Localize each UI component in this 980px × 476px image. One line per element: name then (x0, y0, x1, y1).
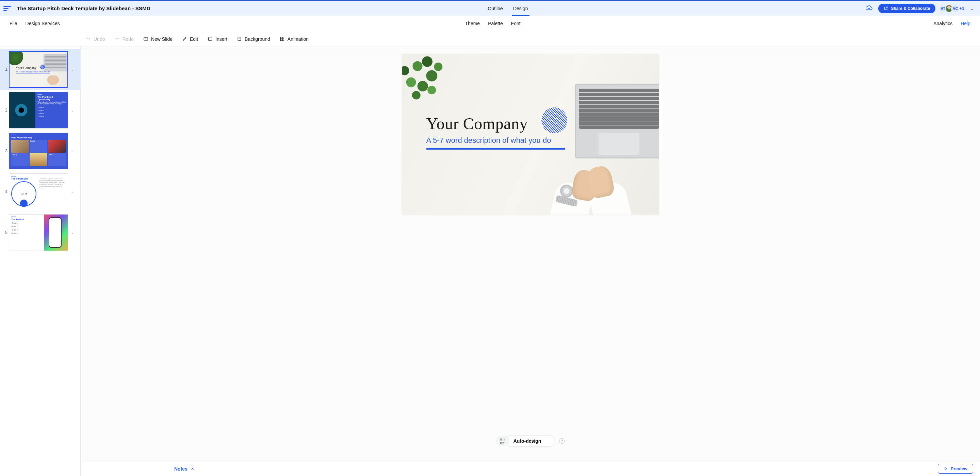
menu-bar: File Design Services Theme Palette Font … (0, 16, 980, 31)
slide-canvas[interactable]: Your Company A 5-7 word description of w… (402, 54, 659, 214)
notes-toggle[interactable]: Notes (174, 466, 195, 471)
toolbar: Undo Redo New Slide Edit Insert Backgrou… (0, 31, 980, 47)
hands-graphic (550, 157, 622, 214)
svg-rect-5 (280, 39, 282, 40)
slide-thumb-4[interactable]: 4 The Market Size TAM - List other compa… (0, 171, 80, 212)
canvas-scroll[interactable]: Your Company A 5-7 word description of w… (81, 47, 980, 461)
thumb-preview-4[interactable]: The Market Size TAM - List other compani… (9, 173, 68, 210)
edit-button[interactable]: Edit (182, 36, 198, 42)
slide-thumb-2[interactable]: 2 The Problem & Opportunity What pain po… (0, 90, 80, 130)
top-bar: The Startup Pitch Deck Template by Slide… (0, 0, 980, 16)
avatar-more[interactable]: +1 (957, 5, 964, 13)
slide-menu-icon[interactable]: ⌄ (69, 67, 76, 72)
thumb-preview-3[interactable]: Who we are serving Point 1 Point 2 Point… (9, 133, 68, 169)
animation-label: Animation (288, 36, 309, 42)
sphere-icon (541, 108, 567, 133)
menu-design-services[interactable]: Design Services (25, 21, 60, 26)
menu-file[interactable]: File (10, 21, 18, 26)
thumb-preview-5[interactable]: The Product Point 1 Point 2 Point 3 Poin… (9, 214, 68, 251)
app-logo-icon[interactable] (3, 5, 11, 11)
slide-menu-icon[interactable]: ⌄ (69, 230, 76, 235)
slide-menu-icon[interactable]: ⌄ (69, 149, 76, 153)
tab-outline[interactable]: Outline (488, 1, 503, 16)
subtitle-underline (426, 148, 565, 149)
preview-button[interactable]: Preview (938, 464, 973, 474)
slide-menu-icon[interactable]: ⌄ (69, 108, 76, 113)
laptop-graphic (575, 84, 659, 159)
animation-button[interactable]: Animation (280, 36, 309, 42)
tab-design[interactable]: Design (513, 1, 528, 16)
background-button[interactable]: Background (237, 36, 270, 42)
undo-button[interactable]: Undo (86, 36, 105, 42)
slide-menu-icon[interactable]: ⌄ (69, 189, 76, 194)
background-label: Background (245, 36, 270, 42)
share-button-label: Share & Collaborate (891, 6, 930, 11)
slide-panel[interactable]: 1 Your Company A 5-7 word description of… (0, 47, 81, 476)
slide-thumb-1[interactable]: 1 Your Company A 5-7 word description of… (0, 49, 80, 90)
canvas-area: Your Company A 5-7 word description of w… (81, 47, 980, 476)
svg-rect-3 (280, 37, 282, 39)
redo-label: Redo (122, 36, 134, 42)
help-icon[interactable]: ? (559, 438, 565, 444)
slide-number: 5 (3, 230, 8, 235)
insert-label: Insert (215, 36, 227, 42)
redo-button[interactable]: Redo (115, 36, 134, 42)
sync-status-icon[interactable] (865, 4, 873, 13)
slide-thumb-3[interactable]: 3 Who we are serving Point 1 Point 2 Poi… (0, 130, 80, 171)
slide-number: 1 (3, 67, 8, 72)
top-right-cluster: Share & Collaborate AT AC +1 ⌄ (865, 4, 974, 13)
svg-rect-4 (282, 37, 284, 39)
collaborator-avatars[interactable]: AT AC +1 (941, 5, 964, 13)
slide-number: 4 (3, 189, 8, 194)
slide-title-text[interactable]: Your Company (426, 114, 528, 133)
main-area: 1 Your Company A 5-7 word description of… (0, 47, 980, 476)
view-mode-tabs: Outline Design (488, 1, 528, 16)
slide-number: 2 (3, 108, 8, 113)
svg-rect-2 (238, 37, 241, 41)
collaborators-expand-icon[interactable]: ⌄ (970, 6, 974, 11)
slide-thumb-5[interactable]: 5 The Product Point 1 Point 2 Point 3 Po… (0, 212, 80, 253)
plant-graphic (402, 54, 456, 108)
svg-rect-6 (282, 39, 284, 40)
footer-bar: Notes Preview (81, 461, 980, 476)
menu-analytics[interactable]: Analytics (933, 21, 953, 26)
menu-font[interactable]: Font (511, 21, 520, 26)
share-button[interactable]: Share & Collaborate (878, 4, 935, 13)
edit-label: Edit (190, 36, 198, 42)
menu-palette[interactable]: Palette (488, 21, 503, 26)
auto-design-off[interactable]: Off (496, 436, 509, 446)
menu-theme[interactable]: Theme (465, 21, 480, 26)
auto-design-toggle: Off Auto-design ? (496, 435, 565, 447)
thumb-preview-2[interactable]: The Problem & Opportunity What pain poin… (9, 92, 68, 129)
undo-label: Undo (94, 36, 105, 42)
thumb-preview-1[interactable]: Your Company A 5-7 word description of w… (9, 51, 68, 88)
slide-subtitle-text[interactable]: A 5-7 word description of what you do (426, 136, 551, 147)
auto-design-button[interactable]: Auto-design (509, 435, 555, 447)
new-slide-button[interactable]: New Slide (143, 36, 172, 42)
slide-number: 3 (3, 149, 8, 153)
document-title[interactable]: The Startup Pitch Deck Template by Slide… (17, 5, 150, 11)
menu-help[interactable]: Help (961, 21, 970, 26)
new-slide-label: New Slide (151, 36, 172, 42)
insert-button[interactable]: Insert (208, 36, 227, 42)
